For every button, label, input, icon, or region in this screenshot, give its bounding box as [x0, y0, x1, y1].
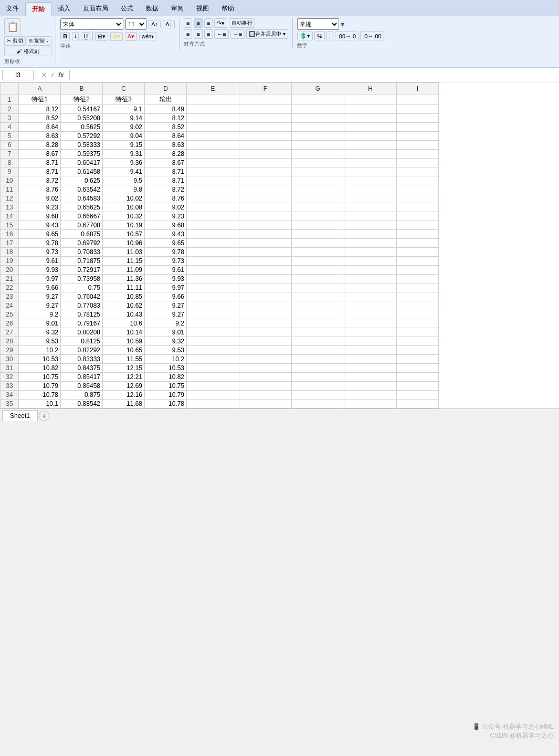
cell-c-31[interactable]: 12.15 [103, 364, 145, 373]
cell-h-13[interactable] [344, 203, 397, 212]
cell-f-22[interactable] [239, 284, 292, 292]
cell-g-34[interactable] [292, 391, 344, 400]
cell-a-16[interactable]: 9.65 [19, 230, 61, 239]
cell-a-9[interactable]: 8.71 [19, 167, 61, 176]
cell-d-7[interactable]: 8.28 [145, 150, 187, 159]
cell-i-35[interactable] [397, 400, 439, 408]
align-center-button[interactable]: ≡ [194, 29, 202, 39]
cell-d-26[interactable]: 9.2 [145, 319, 187, 328]
cell-d-20[interactable]: 9.61 [145, 266, 187, 275]
cell-i-9[interactable] [397, 167, 439, 176]
cell-f-30[interactable] [239, 355, 292, 364]
cell-g-22[interactable] [292, 284, 344, 292]
cell-f-19[interactable] [239, 257, 292, 266]
cell-i-7[interactable] [397, 150, 439, 159]
cell-f-29[interactable] [239, 346, 292, 355]
cell-e-20[interactable] [187, 266, 239, 275]
cell-f-34[interactable] [239, 391, 292, 400]
bold-button[interactable]: B [60, 32, 70, 40]
cell-c-3[interactable]: 9.14 [103, 114, 145, 123]
cell-e-15[interactable] [187, 221, 239, 230]
cell-e-14[interactable] [187, 212, 239, 221]
add-sheet-button[interactable]: + [39, 411, 49, 421]
cell-d-8[interactable]: 8.67 [145, 159, 187, 167]
row-header-1[interactable]: 1 [1, 94, 19, 105]
cell-d-1[interactable]: 输出 [145, 94, 187, 105]
cell-d-2[interactable]: 8.49 [145, 105, 187, 114]
tab-data[interactable]: 数据 [140, 2, 165, 16]
cell-i-14[interactable] [397, 212, 439, 221]
cell-c-28[interactable]: 10.59 [103, 337, 145, 346]
row-header-22[interactable]: 22 [1, 284, 19, 292]
cell-c-17[interactable]: 10.96 [103, 239, 145, 248]
confirm-formula-icon[interactable]: ✓ [50, 71, 55, 79]
cell-i-29[interactable] [397, 346, 439, 355]
cell-d-10[interactable]: 8.71 [145, 176, 187, 185]
row-header-14[interactable]: 14 [1, 212, 19, 221]
cell-i-19[interactable] [397, 257, 439, 266]
cell-e-27[interactable] [187, 328, 239, 337]
cell-c-9[interactable]: 9.41 [103, 167, 145, 176]
cell-d-5[interactable]: 8.64 [145, 132, 187, 141]
cell-h-28[interactable] [344, 337, 397, 346]
cell-b-18[interactable]: 0.70833 [61, 248, 103, 257]
cell-h-3[interactable] [344, 114, 397, 123]
cell-e-26[interactable] [187, 319, 239, 328]
row-header-5[interactable]: 5 [1, 132, 19, 141]
cell-g-29[interactable] [292, 346, 344, 355]
cell-h-5[interactable] [344, 132, 397, 141]
tab-home[interactable]: 开始 [25, 2, 51, 16]
row-header-17[interactable]: 17 [1, 239, 19, 248]
cell-g-5[interactable] [292, 132, 344, 141]
cell-b-10[interactable]: 0.625 [61, 176, 103, 185]
cell-h-30[interactable] [344, 355, 397, 364]
cell-g-31[interactable] [292, 364, 344, 373]
cell-a-2[interactable]: 8.12 [19, 105, 61, 114]
cell-e-11[interactable] [187, 185, 239, 194]
cell-d-23[interactable]: 9.66 [145, 292, 187, 301]
paste-button[interactable]: 📋 [4, 18, 21, 35]
cell-b-1[interactable]: 特征2 [61, 94, 103, 105]
cell-f-28[interactable] [239, 337, 292, 346]
cell-a-25[interactable]: 9.2 [19, 310, 61, 319]
cell-c-19[interactable]: 11.15 [103, 257, 145, 266]
cell-a-22[interactable]: 9.66 [19, 284, 61, 292]
cell-e-8[interactable] [187, 159, 239, 167]
cell-a-19[interactable]: 9.61 [19, 257, 61, 266]
cell-b-15[interactable]: 0.67708 [61, 221, 103, 230]
cell-a-11[interactable]: 8.76 [19, 185, 61, 194]
decrease-indent-button[interactable]: ←≡ [214, 29, 228, 39]
cell-f-11[interactable] [239, 185, 292, 194]
cell-b-25[interactable]: 0.78125 [61, 310, 103, 319]
merge-center-button[interactable]: 🔲合并后居中 ▾ [246, 29, 288, 39]
cell-i-23[interactable] [397, 292, 439, 301]
copy-button[interactable]: ⎘ 复制 ▾ [27, 36, 52, 46]
cell-b-32[interactable]: 0.85417 [61, 373, 103, 382]
cell-i-16[interactable] [397, 230, 439, 239]
cell-d-28[interactable]: 9.32 [145, 337, 187, 346]
cell-h-6[interactable] [344, 141, 397, 150]
cell-g-16[interactable] [292, 230, 344, 239]
row-header-12[interactable]: 12 [1, 194, 19, 203]
cell-a-7[interactable]: 8.67 [19, 150, 61, 159]
rotate-text-button[interactable]: ↷▾ [214, 18, 227, 28]
cell-a-21[interactable]: 9.97 [19, 275, 61, 284]
cell-h-22[interactable] [344, 284, 397, 292]
row-header-24[interactable]: 24 [1, 301, 19, 310]
cell-c-30[interactable]: 11.55 [103, 355, 145, 364]
cell-f-24[interactable] [239, 301, 292, 310]
cell-g-28[interactable] [292, 337, 344, 346]
cell-f-5[interactable] [239, 132, 292, 141]
cell-f-33[interactable] [239, 382, 292, 391]
cell-h-1[interactable] [344, 94, 397, 105]
cell-d-31[interactable]: 10.53 [145, 364, 187, 373]
cell-c-33[interactable]: 12.69 [103, 382, 145, 391]
cell-f-2[interactable] [239, 105, 292, 114]
cell-d-30[interactable]: 10.2 [145, 355, 187, 364]
col-header-a[interactable]: A [19, 83, 61, 94]
cell-a-31[interactable]: 10.82 [19, 364, 61, 373]
tab-file[interactable]: 文件 [0, 2, 25, 16]
cell-e-34[interactable] [187, 391, 239, 400]
cell-b-29[interactable]: 0.82292 [61, 346, 103, 355]
cell-h-24[interactable] [344, 301, 397, 310]
